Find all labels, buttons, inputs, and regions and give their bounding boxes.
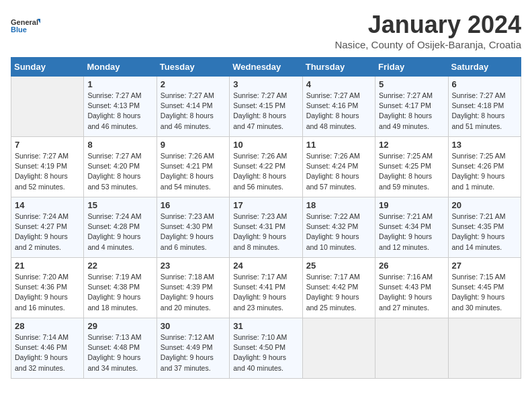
calendar-cell-w4-d2: 22 Sunrise: 7:19 AM Sunset: 4:38 PM Dayl… xyxy=(84,258,157,318)
day-info: Sunrise: 7:27 AM Sunset: 4:16 PM Dayligh… xyxy=(306,91,371,132)
calendar-cell-w1-d3: 2 Sunrise: 7:27 AM Sunset: 4:14 PM Dayli… xyxy=(157,77,229,137)
sunrise-text: Sunrise: 7:23 AM xyxy=(161,212,214,220)
sunset-text: Sunset: 4:28 PM xyxy=(87,222,140,230)
daylight-text: Daylight: 8 hours and 56 minutes. xyxy=(233,172,286,190)
sunrise-text: Sunrise: 7:15 AM xyxy=(452,273,506,281)
calendar-cell-w2-d4: 10 Sunrise: 7:26 AM Sunset: 4:22 PM Dayl… xyxy=(230,137,302,197)
sunrise-text: Sunrise: 7:25 AM xyxy=(379,152,433,160)
calendar-week-2: 7 Sunrise: 7:27 AM Sunset: 4:19 PM Dayli… xyxy=(11,137,521,197)
sunset-text: Sunset: 4:50 PM xyxy=(233,343,285,351)
calendar-cell-w3-d4: 17 Sunrise: 7:23 AM Sunset: 4:31 PM Dayl… xyxy=(230,197,302,258)
calendar-cell-w2-d7: 13 Sunrise: 7:25 AM Sunset: 4:26 PM Dayl… xyxy=(448,137,521,197)
day-info: Sunrise: 7:21 AM Sunset: 4:34 PM Dayligh… xyxy=(379,212,444,253)
header-sunday: Sunday xyxy=(11,58,84,77)
daylight-text: Daylight: 9 hours and 25 minutes. xyxy=(306,293,359,311)
svg-text:Blue: Blue xyxy=(11,26,27,34)
day-info: Sunrise: 7:17 AM Sunset: 4:41 PM Dayligh… xyxy=(233,272,298,313)
day-info: Sunrise: 7:27 AM Sunset: 4:15 PM Dayligh… xyxy=(233,91,298,132)
day-info: Sunrise: 7:19 AM Sunset: 4:38 PM Dayligh… xyxy=(87,272,152,313)
daylight-text: Daylight: 8 hours and 59 minutes. xyxy=(379,172,432,190)
calendar-cell-w3-d1: 14 Sunrise: 7:24 AM Sunset: 4:27 PM Dayl… xyxy=(11,197,84,258)
sunset-text: Sunset: 4:46 PM xyxy=(15,343,67,351)
sunrise-text: Sunrise: 7:13 AM xyxy=(87,333,141,341)
day-info: Sunrise: 7:23 AM Sunset: 4:31 PM Dayligh… xyxy=(233,212,298,253)
daylight-text: Daylight: 9 hours and 32 minutes. xyxy=(15,353,68,371)
calendar-cell-w1-d6: 5 Sunrise: 7:27 AM Sunset: 4:17 PM Dayli… xyxy=(375,77,448,137)
day-number: 18 xyxy=(306,200,371,210)
calendar-cell-w1-d1 xyxy=(11,77,84,137)
day-number: 5 xyxy=(379,79,444,89)
daylight-text: Daylight: 8 hours and 49 minutes. xyxy=(379,111,432,130)
day-info: Sunrise: 7:25 AM Sunset: 4:26 PM Dayligh… xyxy=(452,151,517,192)
day-number: 1 xyxy=(87,79,152,89)
day-number: 29 xyxy=(87,321,152,331)
calendar-cell-w2-d3: 9 Sunrise: 7:26 AM Sunset: 4:21 PM Dayli… xyxy=(157,137,229,197)
day-info: Sunrise: 7:27 AM Sunset: 4:13 PM Dayligh… xyxy=(87,91,152,132)
sunrise-text: Sunrise: 7:24 AM xyxy=(15,212,69,220)
daylight-text: Daylight: 9 hours and 12 minutes. xyxy=(379,232,432,250)
calendar-week-3: 14 Sunrise: 7:24 AM Sunset: 4:27 PM Dayl… xyxy=(11,197,521,258)
day-info: Sunrise: 7:27 AM Sunset: 4:17 PM Dayligh… xyxy=(379,91,444,132)
day-info: Sunrise: 7:27 AM Sunset: 4:14 PM Dayligh… xyxy=(161,91,226,132)
daylight-text: Daylight: 8 hours and 48 minutes. xyxy=(306,111,359,130)
header-monday: Monday xyxy=(84,58,157,77)
sunset-text: Sunset: 4:31 PM xyxy=(233,222,285,230)
calendar-cell-w5-d6 xyxy=(375,318,448,379)
calendar-cell-w5-d3: 30 Sunrise: 7:12 AM Sunset: 4:49 PM Dayl… xyxy=(157,318,229,379)
svg-text:General: General xyxy=(11,18,38,26)
day-info: Sunrise: 7:24 AM Sunset: 4:27 PM Dayligh… xyxy=(15,212,80,253)
sunset-text: Sunset: 4:36 PM xyxy=(15,283,67,291)
day-info: Sunrise: 7:26 AM Sunset: 4:22 PM Dayligh… xyxy=(233,151,298,192)
day-number: 26 xyxy=(379,261,444,271)
sunrise-text: Sunrise: 7:10 AM xyxy=(233,333,287,341)
day-number: 4 xyxy=(306,79,371,89)
day-number: 24 xyxy=(233,261,298,271)
sunset-text: Sunset: 4:15 PM xyxy=(233,101,285,109)
header-friday: Friday xyxy=(375,58,448,77)
header-tuesday: Tuesday xyxy=(157,58,229,77)
sunrise-text: Sunrise: 7:16 AM xyxy=(379,273,433,281)
calendar-cell-w4-d3: 23 Sunrise: 7:18 AM Sunset: 4:39 PM Dayl… xyxy=(157,258,229,318)
day-info: Sunrise: 7:24 AM Sunset: 4:28 PM Dayligh… xyxy=(87,212,152,253)
day-info: Sunrise: 7:18 AM Sunset: 4:39 PM Dayligh… xyxy=(161,272,226,313)
day-number: 15 xyxy=(87,200,152,210)
daylight-text: Daylight: 8 hours and 54 minutes. xyxy=(161,172,214,190)
sunrise-text: Sunrise: 7:27 AM xyxy=(87,152,141,160)
sunrise-text: Sunrise: 7:14 AM xyxy=(15,333,69,341)
daylight-text: Daylight: 8 hours and 51 minutes. xyxy=(452,111,505,130)
day-info: Sunrise: 7:26 AM Sunset: 4:24 PM Dayligh… xyxy=(306,151,371,192)
daylight-text: Daylight: 9 hours and 10 minutes. xyxy=(306,232,359,250)
daylight-text: Daylight: 8 hours and 46 minutes. xyxy=(161,111,214,130)
calendar-cell-w4-d7: 27 Sunrise: 7:15 AM Sunset: 4:45 PM Dayl… xyxy=(448,258,521,318)
page-header: General Blue January 2024 Nasice, County… xyxy=(11,11,521,50)
sunset-text: Sunset: 4:49 PM xyxy=(161,343,213,351)
sunset-text: Sunset: 4:25 PM xyxy=(379,162,431,170)
day-number: 8 xyxy=(87,140,152,150)
sunset-text: Sunset: 4:30 PM xyxy=(161,222,213,230)
day-number: 3 xyxy=(233,79,298,89)
day-info: Sunrise: 7:13 AM Sunset: 4:48 PM Dayligh… xyxy=(87,332,152,373)
calendar-cell-w1-d7: 6 Sunrise: 7:27 AM Sunset: 4:18 PM Dayli… xyxy=(448,77,521,137)
daylight-text: Daylight: 9 hours and 4 minutes. xyxy=(87,232,140,250)
month-title: January 2024 xyxy=(335,11,521,39)
sunrise-text: Sunrise: 7:20 AM xyxy=(15,273,69,281)
calendar-header-row: SundayMondayTuesdayWednesdayThursdayFrid… xyxy=(11,58,521,77)
sunset-text: Sunset: 4:48 PM xyxy=(87,343,140,351)
calendar-cell-w4-d1: 21 Sunrise: 7:20 AM Sunset: 4:36 PM Dayl… xyxy=(11,258,84,318)
sunrise-text: Sunrise: 7:21 AM xyxy=(452,212,506,220)
sunset-text: Sunset: 4:45 PM xyxy=(452,283,504,291)
sunset-text: Sunset: 4:21 PM xyxy=(161,162,213,170)
daylight-text: Daylight: 8 hours and 47 minutes. xyxy=(233,111,286,130)
day-number: 23 xyxy=(161,261,226,271)
calendar-table: SundayMondayTuesdayWednesdayThursdayFrid… xyxy=(11,57,521,379)
day-info: Sunrise: 7:27 AM Sunset: 4:18 PM Dayligh… xyxy=(452,91,517,132)
calendar-cell-w1-d4: 3 Sunrise: 7:27 AM Sunset: 4:15 PM Dayli… xyxy=(230,77,302,137)
day-info: Sunrise: 7:14 AM Sunset: 4:46 PM Dayligh… xyxy=(15,332,80,373)
calendar-cell-w5-d7 xyxy=(448,318,521,379)
day-info: Sunrise: 7:27 AM Sunset: 4:19 PM Dayligh… xyxy=(15,151,80,192)
sunrise-text: Sunrise: 7:23 AM xyxy=(233,212,287,220)
daylight-text: Daylight: 9 hours and 8 minutes. xyxy=(233,232,286,250)
day-number: 10 xyxy=(233,140,298,150)
daylight-text: Daylight: 8 hours and 57 minutes. xyxy=(306,172,359,190)
daylight-text: Daylight: 9 hours and 37 minutes. xyxy=(161,353,214,371)
